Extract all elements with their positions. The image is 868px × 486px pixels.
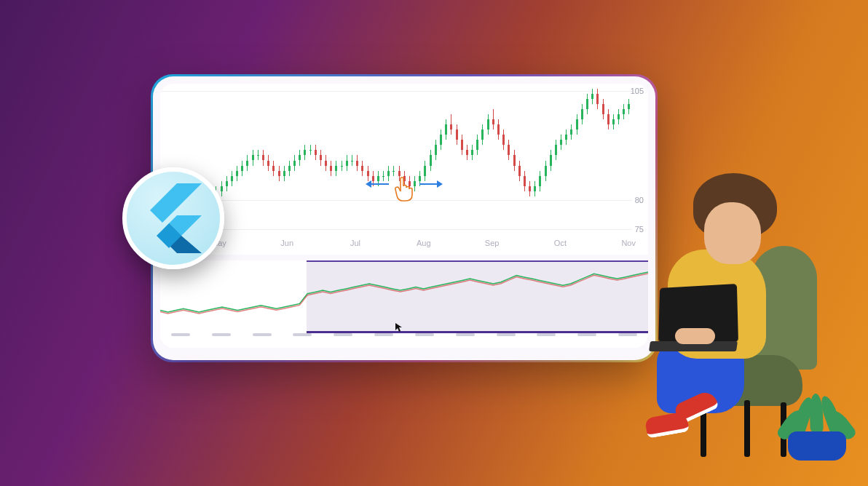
flutter-icon	[145, 183, 202, 253]
x-tick: Jul	[350, 239, 360, 247]
flutter-logo-badge	[122, 167, 224, 269]
x-tick: Sep	[485, 239, 500, 247]
x-tick: Oct	[554, 239, 567, 247]
range-line-series	[160, 260, 648, 319]
candlestick-series	[160, 84, 631, 237]
y-tick-105: 105	[631, 87, 644, 95]
range-navigator-chart[interactable]	[160, 260, 648, 348]
range-tick-markers	[160, 333, 648, 343]
plant-pot	[788, 431, 846, 461]
x-tick: Jun	[280, 239, 293, 247]
x-tick: Nov	[621, 239, 636, 247]
x-tick: Aug	[417, 239, 431, 247]
main-candlestick-chart[interactable]: 105 80 75 May Jun Jul Aug Sep Oct Nov	[160, 84, 648, 255]
chart-card: 105 80 75 May Jun Jul Aug Sep Oct Nov	[153, 76, 655, 360]
x-axis: May Jun Jul Aug Sep Oct Nov	[160, 239, 648, 250]
